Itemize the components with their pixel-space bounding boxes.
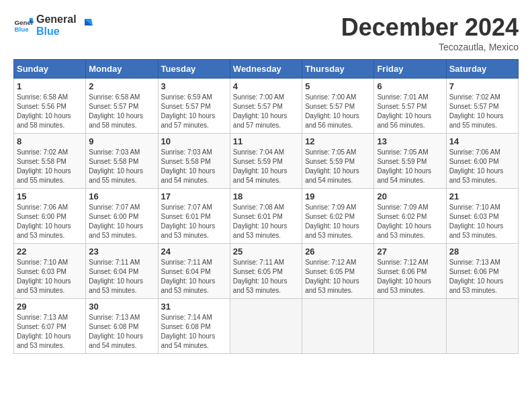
logo-icon: General Blue	[13, 15, 34, 36]
day-number: 31	[161, 302, 227, 312]
calendar-cell: 1Sunrise: 6:58 AMSunset: 5:56 PMDaylight…	[14, 79, 86, 134]
day-number: 28	[449, 246, 515, 257]
calendar-cell	[302, 299, 374, 354]
day-info: Sunrise: 7:04 AMSunset: 5:59 PMDaylight:…	[233, 148, 299, 185]
calendar-cell: 6Sunrise: 7:01 AMSunset: 5:57 PMDaylight…	[374, 79, 446, 134]
header-thursday: Thursday	[302, 60, 374, 79]
calendar-cell: 5Sunrise: 7:00 AMSunset: 5:57 PMDaylight…	[302, 79, 374, 134]
calendar-cell: 9Sunrise: 7:03 AMSunset: 5:58 PMDaylight…	[86, 134, 158, 189]
calendar-cell: 3Sunrise: 6:59 AMSunset: 5:57 PMDaylight…	[158, 79, 230, 134]
day-info: Sunrise: 7:09 AMSunset: 6:02 PMDaylight:…	[377, 203, 443, 240]
calendar-cell: 2Sunrise: 6:58 AMSunset: 5:57 PMDaylight…	[86, 79, 158, 134]
calendar-week-0: 1Sunrise: 6:58 AMSunset: 5:56 PMDaylight…	[14, 79, 519, 134]
day-number: 22	[17, 246, 83, 257]
calendar-cell: 19Sunrise: 7:09 AMSunset: 6:02 PMDayligh…	[302, 189, 374, 244]
day-info: Sunrise: 7:11 AMSunset: 6:05 PMDaylight:…	[233, 258, 299, 295]
day-number: 3	[161, 81, 227, 91]
day-info: Sunrise: 7:02 AMSunset: 5:57 PMDaylight:…	[449, 93, 515, 130]
day-info: Sunrise: 7:06 AMSunset: 6:00 PMDaylight:…	[17, 203, 83, 240]
calendar-cell: 28Sunrise: 7:13 AMSunset: 6:06 PMDayligh…	[446, 244, 518, 299]
day-info: Sunrise: 7:12 AMSunset: 6:05 PMDaylight:…	[305, 258, 371, 295]
day-number: 6	[377, 81, 443, 91]
day-number: 25	[233, 246, 299, 257]
calendar-cell	[446, 299, 518, 354]
day-info: Sunrise: 7:07 AMSunset: 6:01 PMDaylight:…	[161, 203, 227, 240]
logo-general-text: General	[36, 13, 77, 26]
day-info: Sunrise: 7:11 AMSunset: 6:04 PMDaylight:…	[161, 258, 227, 295]
calendar-cell: 8Sunrise: 7:02 AMSunset: 5:58 PMDaylight…	[14, 134, 86, 189]
day-info: Sunrise: 7:14 AMSunset: 6:08 PMDaylight:…	[161, 313, 227, 351]
day-number: 26	[305, 246, 371, 257]
month-title: December 2024	[341, 13, 519, 42]
day-info: Sunrise: 6:58 AMSunset: 5:57 PMDaylight:…	[89, 93, 154, 130]
day-info: Sunrise: 7:09 AMSunset: 6:02 PMDaylight:…	[305, 203, 371, 240]
day-info: Sunrise: 7:10 AMSunset: 6:03 PMDaylight:…	[17, 258, 83, 295]
title-block: December 2024 Tecozautla, Mexico	[341, 13, 519, 52]
calendar-cell: 20Sunrise: 7:09 AMSunset: 6:02 PMDayligh…	[374, 189, 446, 244]
calendar-week-3: 22Sunrise: 7:10 AMSunset: 6:03 PMDayligh…	[14, 244, 519, 299]
day-number: 15	[17, 191, 83, 201]
header-friday: Friday	[374, 60, 446, 79]
calendar-cell: 14Sunrise: 7:06 AMSunset: 6:00 PMDayligh…	[446, 134, 518, 189]
day-number: 10	[161, 136, 227, 146]
day-info: Sunrise: 7:01 AMSunset: 5:57 PMDaylight:…	[377, 93, 443, 130]
calendar-cell: 21Sunrise: 7:10 AMSunset: 6:03 PMDayligh…	[446, 189, 518, 244]
calendar-cell: 31Sunrise: 7:14 AMSunset: 6:08 PMDayligh…	[158, 299, 230, 354]
page-header: General Blue General Blue December 2024 …	[13, 13, 519, 52]
calendar-cell: 30Sunrise: 7:13 AMSunset: 6:08 PMDayligh…	[86, 299, 158, 354]
day-number: 13	[377, 136, 443, 146]
day-info: Sunrise: 7:06 AMSunset: 6:00 PMDaylight:…	[449, 148, 515, 185]
header-wednesday: Wednesday	[230, 60, 302, 79]
day-info: Sunrise: 7:03 AMSunset: 5:58 PMDaylight:…	[161, 148, 227, 185]
day-info: Sunrise: 7:12 AMSunset: 6:06 PMDaylight:…	[377, 258, 443, 295]
logo-arrow-icon	[79, 17, 95, 34]
calendar-week-2: 15Sunrise: 7:06 AMSunset: 6:00 PMDayligh…	[14, 189, 519, 244]
calendar-cell: 7Sunrise: 7:02 AMSunset: 5:57 PMDaylight…	[446, 79, 518, 134]
day-number: 17	[161, 191, 227, 201]
day-info: Sunrise: 7:03 AMSunset: 5:58 PMDaylight:…	[89, 148, 154, 185]
day-number: 20	[377, 191, 443, 201]
calendar-cell: 18Sunrise: 7:08 AMSunset: 6:01 PMDayligh…	[230, 189, 302, 244]
day-info: Sunrise: 7:07 AMSunset: 6:00 PMDaylight:…	[89, 203, 154, 240]
day-number: 24	[161, 246, 227, 257]
day-info: Sunrise: 7:02 AMSunset: 5:58 PMDaylight:…	[17, 148, 83, 185]
logo: General Blue General Blue	[13, 13, 95, 37]
day-info: Sunrise: 7:13 AMSunset: 6:06 PMDaylight:…	[449, 258, 515, 295]
day-info: Sunrise: 7:10 AMSunset: 6:03 PMDaylight:…	[449, 203, 515, 240]
location: Tecozautla, Mexico	[341, 42, 519, 52]
svg-text:Blue: Blue	[15, 26, 30, 33]
calendar-header-row: SundayMondayTuesdayWednesdayThursdayFrid…	[14, 60, 519, 79]
logo-blue-text: Blue	[36, 26, 77, 38]
day-number: 9	[89, 136, 154, 146]
calendar-cell	[374, 299, 446, 354]
day-info: Sunrise: 7:00 AMSunset: 5:57 PMDaylight:…	[305, 93, 371, 130]
header-tuesday: Tuesday	[158, 60, 230, 79]
calendar-cell: 24Sunrise: 7:11 AMSunset: 6:04 PMDayligh…	[158, 244, 230, 299]
day-number: 5	[305, 81, 371, 91]
calendar-cell: 17Sunrise: 7:07 AMSunset: 6:01 PMDayligh…	[158, 189, 230, 244]
day-number: 1	[17, 81, 83, 91]
day-number: 12	[305, 136, 371, 146]
day-info: Sunrise: 6:59 AMSunset: 5:57 PMDaylight:…	[161, 93, 227, 130]
header-saturday: Saturday	[446, 60, 518, 79]
calendar-cell: 10Sunrise: 7:03 AMSunset: 5:58 PMDayligh…	[158, 134, 230, 189]
calendar-cell: 13Sunrise: 7:05 AMSunset: 5:59 PMDayligh…	[374, 134, 446, 189]
calendar-cell: 25Sunrise: 7:11 AMSunset: 6:05 PMDayligh…	[230, 244, 302, 299]
day-number: 2	[89, 81, 154, 91]
calendar-cell: 4Sunrise: 7:00 AMSunset: 5:57 PMDaylight…	[230, 79, 302, 134]
day-number: 11	[233, 136, 299, 146]
calendar-cell: 23Sunrise: 7:11 AMSunset: 6:04 PMDayligh…	[86, 244, 158, 299]
calendar-cell	[230, 299, 302, 354]
day-info: Sunrise: 7:13 AMSunset: 6:08 PMDaylight:…	[89, 313, 154, 351]
calendar-cell: 12Sunrise: 7:05 AMSunset: 5:59 PMDayligh…	[302, 134, 374, 189]
calendar-week-1: 8Sunrise: 7:02 AMSunset: 5:58 PMDaylight…	[14, 134, 519, 189]
day-number: 8	[17, 136, 83, 146]
calendar-cell: 22Sunrise: 7:10 AMSunset: 6:03 PMDayligh…	[14, 244, 86, 299]
calendar-cell: 26Sunrise: 7:12 AMSunset: 6:05 PMDayligh…	[302, 244, 374, 299]
header-monday: Monday	[86, 60, 158, 79]
day-info: Sunrise: 7:11 AMSunset: 6:04 PMDaylight:…	[89, 258, 154, 295]
day-number: 23	[89, 246, 154, 257]
day-number: 29	[17, 302, 83, 312]
day-number: 16	[89, 191, 154, 201]
day-info: Sunrise: 6:58 AMSunset: 5:56 PMDaylight:…	[17, 93, 83, 130]
